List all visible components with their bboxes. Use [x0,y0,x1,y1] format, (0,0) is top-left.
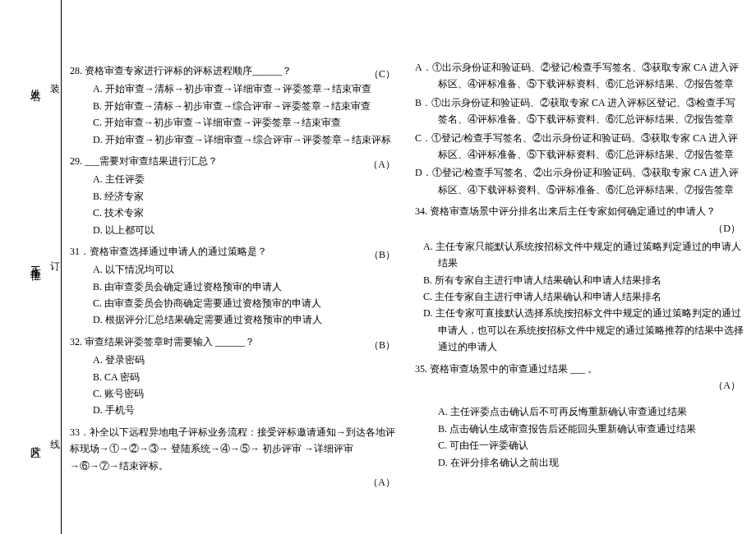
q31-opt-b: B. 由审查委员会确定通过资格预审的申请人 [93,279,399,295]
q33-opt-d: D．①登记/检查手写签名、②出示身份证和验证码、③获取专家 CA 进入评标区、④… [415,164,744,198]
q32-opt-a: A. 登录密码 [93,352,399,368]
q34-answer: （D） [415,220,744,237]
binding-border [61,0,62,534]
q28-opt-d: D. 开始审查→初步审查→详细审查→综合评审→评委签章→结束评标 [93,131,399,148]
q28-opt-a: A. 开始审查→清标→初步审查→详细审查→评委签章→结束审查 [93,81,399,97]
q34-stem: 34. 资格审查场景中评分排名出来后主任专家如何确定通过的申请人？ [415,203,744,219]
q29-stem: 29. ___需要对审查结果进行汇总？ [70,153,399,169]
q32-stem: 32. 审查结果评委签章时需要输入 ______？ [70,334,399,350]
q33-opt-b: B．①出示身份证和验证码、②获取专家 CA 进入评标区登记、③检查手写签名、④评… [415,94,744,128]
q35-answer: （A） [415,377,744,394]
q29-opt-c: C. 技术专家 [93,205,399,221]
q33-stem: 33．补全以下远程异地电子评标业务流程：接受评标邀请通知→到达各地评标现场→①→… [70,424,399,474]
q31-answer: （B） [369,246,395,263]
q34-opt-d: D. 主任专家可直接默认选择系统按招标文件中规定的通过策略判定的通过申请人，也可… [415,305,744,355]
q29-answer: （A） [368,156,395,173]
q33-opt-a: A．①出示身份证和验证码、②登记/检查手写签名、③获取专家 CA 进入评标区、④… [415,59,744,93]
content-columns: 28. 资格审查专家进行评标的评标进程顺序______？ （C） A. 开始审查… [70,58,744,518]
q35-opt-a: A. 主任评委点击确认后不可再反悔重新确认审查通过结果 [438,403,744,420]
q29-opt-d: D. 以上都可以 [93,222,399,238]
label-unit: 工作单位： [31,257,42,276]
q32-opt-b: B. CA 密码 [93,369,399,385]
q34-opt-a: A. 主任专家只能默认系统按招标文件中规定的通过策略判定通过的申请人结果 [415,238,744,272]
q35-opt-d: D. 在评分排名确认之前出现 [438,454,744,471]
q29-opt-b: B. 经济专家 [93,188,399,205]
column-left: 28. 资格审查专家进行评标的评标进程顺序______？ （C） A. 开始审查… [70,58,399,518]
q34-opt-c: C. 主任专家自主进行申请人结果确认和申请人结果排名 [415,288,744,305]
label-name: 姓名： [31,81,42,96]
q33-answer: （A） [70,474,399,490]
q32-answer: （B） [369,337,395,353]
q28-stem: 28. 资格审查专家进行评标的评标进程顺序______？ [70,62,399,79]
binding-margin: 姓名： 工作单位： 片区： 装 订 线 [0,0,62,534]
q31-stem: 31．资格审查选择通过申请人的通过策略是？ [70,243,399,260]
mark-zhuang: 装 [50,82,60,96]
q35-opt-c: C. 可由任一评委确认 [438,437,744,453]
q28-answer: （C） [369,66,395,82]
q31-opt-d: D. 根据评分汇总结果确定需要通过资格预审的申请人 [93,311,399,328]
label-area: 片区： [31,438,42,453]
q35-opt-b: B. 点击确认生成审查报告后还能回头重新确认审查通过结果 [438,421,744,437]
binding-labels: 姓名： 工作单位： 片区： [29,0,44,534]
q28-opt-b: B. 开始审查→清标→初步审查→综合评审→评委签章→结束审查 [93,98,399,114]
q34-opt-b: B. 所有专家自主进行申请人结果确认和申请人结果排名 [415,272,744,288]
mark-xian: 线 [50,438,60,452]
q28-opt-c: C. 开始审查→初步审查→详细审查→评委签章→结束审查 [93,114,399,131]
mark-ding: 订 [50,260,60,274]
binding-marks: 装 订 线 [49,0,61,534]
q29-opt-a: A. 主任评委 [93,171,399,187]
column-right: A．①出示身份证和验证码、②登记/检查手写签名、③获取专家 CA 进入评标区、④… [415,58,744,518]
q31-opt-c: C. 由审查委员会协商确定需要通过资格预审的申请人 [93,295,399,311]
q31-opt-a: A. 以下情况均可以 [93,261,399,278]
q32-opt-d: D. 手机号 [93,402,399,418]
q33-opt-c: C．①登记/检查手写签名、②出示身份证和验证码、③获取专家 CA 进入评标区、④… [415,130,744,163]
q35-stem: 35. 资格审查场景中的审查通过结果 ___ 。 [415,361,744,377]
q32-opt-c: C. 账号密码 [93,385,399,402]
